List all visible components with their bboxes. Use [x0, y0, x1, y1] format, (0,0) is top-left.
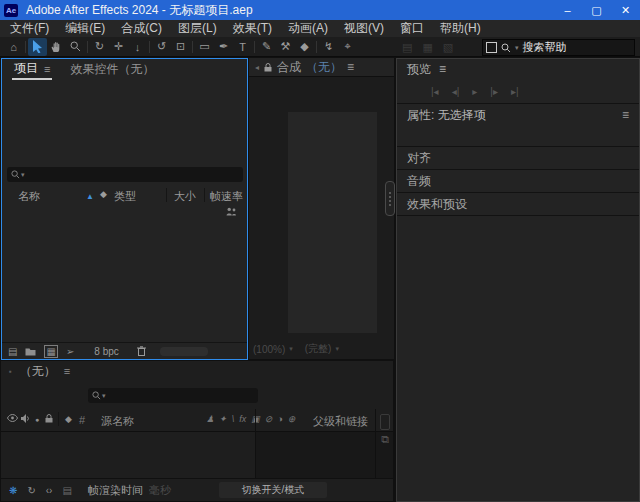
- zoom-tool-icon[interactable]: [66, 38, 85, 56]
- brush-tool-icon[interactable]: ✎: [257, 38, 276, 56]
- chevron-down-icon: ▾: [21, 171, 25, 179]
- timeline-search-input[interactable]: ▾: [88, 388, 258, 403]
- play-button[interactable]: ▸: [472, 86, 477, 97]
- roto-brush-tool-icon[interactable]: ↯: [319, 38, 338, 56]
- project-footer-bar: ▤ ▦ ➢ 8 bpc: [2, 342, 247, 359]
- pen-tool-icon[interactable]: ✒: [214, 38, 233, 56]
- project-bit-depth[interactable]: 8 bpc: [94, 346, 118, 357]
- menu-animation[interactable]: 动画(A): [280, 20, 336, 37]
- audio-panel-header[interactable]: 音频: [397, 170, 639, 192]
- shy-icon[interactable]: ♟: [206, 414, 214, 424]
- previous-frame-button[interactable]: ◂|: [452, 86, 460, 97]
- menu-window[interactable]: 窗口: [392, 20, 432, 37]
- lock-icon[interactable]: [264, 63, 272, 72]
- menu-effect[interactable]: 效果(T): [225, 20, 280, 37]
- align-panel-header[interactable]: 对齐: [397, 147, 639, 169]
- rectangle-tool-icon[interactable]: ▭: [195, 38, 214, 56]
- effects-presets-panel-header[interactable]: 效果和预设: [397, 193, 639, 215]
- column-grabber[interactable]: [380, 414, 390, 430]
- adjustment-layer-icon[interactable]: ◑: [277, 414, 282, 424]
- timeline-panel: ▪ （无） ≡ ▾ ● ◆ # 源名称 ♟ ✦: [1, 361, 393, 501]
- timeline-tab[interactable]: （无）: [20, 363, 56, 380]
- hand-tool-icon[interactable]: [47, 38, 66, 56]
- panel-menu-icon[interactable]: ≡: [439, 62, 446, 76]
- menu-composition[interactable]: 合成(C): [113, 20, 170, 37]
- puppet-pin-tool-icon[interactable]: ⌖: [338, 38, 357, 56]
- column-name[interactable]: 名称: [18, 189, 40, 204]
- menu-layer[interactable]: 图层(L): [170, 20, 225, 37]
- dolly-camera-tool-icon[interactable]: ↓: [128, 38, 147, 56]
- new-composition-icon[interactable]: ▦: [44, 345, 57, 358]
- lock-icon[interactable]: [45, 414, 53, 423]
- expressions-icon[interactable]: ‹›: [46, 485, 53, 496]
- panel-menu-icon[interactable]: ≡: [44, 63, 50, 75]
- quality-icon[interactable]: \: [232, 414, 235, 424]
- properties-panel-header[interactable]: 属性: 无选择项 ≡: [397, 104, 639, 126]
- refresh-icon[interactable]: ↻: [27, 485, 35, 496]
- menu-help[interactable]: 帮助(H): [432, 20, 489, 37]
- menu-file[interactable]: 文件(F): [2, 20, 57, 37]
- tab-effect-controls[interactable]: 效果控件（无）: [70, 61, 154, 78]
- sort-ascending-icon: ▲: [86, 192, 94, 201]
- frame-render-time-unit: 毫秒: [149, 483, 171, 498]
- 3d-layer-icon[interactable]: ⊕: [288, 414, 296, 424]
- home-icon[interactable]: ⌂: [4, 38, 23, 56]
- trash-icon[interactable]: [137, 346, 146, 356]
- column-size[interactable]: 大小: [174, 189, 196, 204]
- video-eye-icon[interactable]: [7, 414, 18, 422]
- rotation-tool-icon[interactable]: ↺: [152, 38, 171, 56]
- first-frame-button[interactable]: |◂: [431, 86, 439, 97]
- render-engine-icon[interactable]: ❋: [9, 485, 17, 496]
- orbit-camera-tool-icon[interactable]: ↻: [90, 38, 109, 56]
- timeline-tab-row: ▪ （无） ≡: [1, 361, 393, 381]
- column-number[interactable]: #: [79, 414, 85, 426]
- zoom-level-dropdown[interactable]: (100%): [253, 344, 285, 355]
- share-icon[interactable]: ➢: [66, 346, 74, 357]
- interpret-footage-icon[interactable]: ▤: [8, 346, 17, 357]
- selection-tool-icon[interactable]: [28, 38, 47, 56]
- search-help-field[interactable]: ▾ 搜索帮助: [482, 39, 635, 56]
- preview-panel-header[interactable]: 预览 ≡: [397, 59, 639, 79]
- eraser-tool-icon[interactable]: ◆: [295, 38, 314, 56]
- maximize-button[interactable]: ▢: [582, 0, 611, 20]
- composition-tab-row[interactable]: ◂ 合成 （无） ≡: [249, 58, 394, 77]
- pan-behind-tool-icon[interactable]: ⊡: [171, 38, 190, 56]
- stack-icon[interactable]: ⧉: [381, 433, 389, 446]
- column-frame-rate[interactable]: 帧速率: [210, 189, 243, 204]
- column-type[interactable]: 类型: [114, 189, 136, 204]
- last-frame-button[interactable]: ▸|: [511, 86, 519, 97]
- panel-menu-icon[interactable]: ≡: [622, 108, 629, 122]
- fx-icon[interactable]: fx: [239, 414, 246, 424]
- type-tool-icon[interactable]: T: [233, 38, 252, 56]
- tab-project[interactable]: 项目 ≡: [12, 58, 52, 80]
- workspace-icons: ▤ ▦ ▧: [402, 37, 453, 57]
- solo-icon[interactable]: ●: [35, 416, 39, 423]
- minimize-button[interactable]: –: [553, 0, 582, 20]
- panel-menu-icon[interactable]: ≡: [347, 60, 354, 74]
- layer-switches-icons: ♟ ✦ \ fx ▣ ⊘ ◑ ⊕: [206, 414, 295, 424]
- audio-speaker-icon[interactable]: [21, 414, 30, 423]
- resolution-dropdown[interactable]: (完整): [305, 342, 332, 356]
- clone-stamp-tool-icon[interactable]: ⚒: [276, 38, 295, 56]
- label-tag-icon[interactable]: ◆: [100, 189, 107, 199]
- toggle-switches-modes-button[interactable]: 切换开关/模式: [219, 482, 327, 498]
- close-button[interactable]: ✕: [611, 0, 640, 20]
- next-frame-button[interactable]: |▸: [490, 86, 498, 97]
- column-parent-link[interactable]: 父级和链接: [313, 414, 368, 429]
- label-tag-icon[interactable]: ◆: [65, 414, 72, 424]
- panel-grabber-handle[interactable]: [385, 181, 395, 216]
- collaboration-people-icon[interactable]: [226, 207, 237, 216]
- workspace-icon-2: ▦: [422, 41, 432, 54]
- toolbar-separator: [149, 41, 150, 53]
- pan-camera-tool-icon[interactable]: ✛: [109, 38, 128, 56]
- panel-menu-icon[interactable]: ≡: [64, 365, 70, 377]
- menu-view[interactable]: 视图(V): [336, 20, 392, 37]
- project-search-input[interactable]: ▾: [7, 167, 243, 182]
- column-source-name[interactable]: 源名称: [101, 414, 134, 429]
- tab-project-label: 项目: [14, 60, 38, 77]
- menu-edit[interactable]: 编辑(E): [57, 20, 113, 37]
- new-folder-icon[interactable]: [25, 347, 36, 356]
- collapse-icon[interactable]: ✦: [219, 414, 227, 424]
- preview-quality-icon[interactable]: ▤: [62, 485, 71, 496]
- motion-blur-icon[interactable]: ⊘: [265, 414, 273, 424]
